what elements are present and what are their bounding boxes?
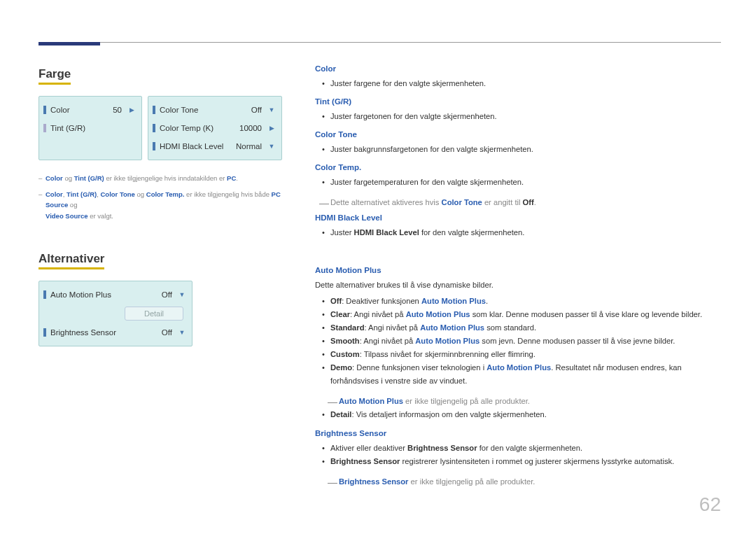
list-color: Juster fargene for den valgte skjermenhe… (315, 77, 721, 90)
section-heading-farge: Farge (38, 67, 71, 85)
row-tone-value: Off (228, 106, 266, 114)
chevron-down-icon[interactable]: ▼ (266, 141, 277, 152)
page-number: 62 (699, 493, 721, 516)
row-brightness-sensor[interactable]: Brightness Sensor Off ▼ (43, 323, 188, 342)
row-tempk-label: Color Temp (K) (160, 124, 228, 132)
list-tint: Juster fargetonen for den valgte skjerme… (315, 110, 721, 123)
fn-tint: Tint (G/R) (74, 174, 104, 182)
row-hdmi-black[interactable]: HDMI Black Level Normal ▼ (153, 137, 277, 155)
dash-icon: ― (328, 475, 337, 491)
row-hdmi-label: HDMI Black Level (160, 142, 228, 150)
item-tone: Juster bakgrunnsfargetonen for den valgt… (315, 143, 721, 156)
item-color: Juster fargene for den valgte skjermenhe… (315, 77, 721, 90)
row-hdmi-value: Normal (228, 142, 266, 150)
head-tone: Color Tone (315, 130, 721, 139)
row-tempk-value: 10000 (228, 124, 266, 132)
row-tone-label: Color Tone (160, 106, 228, 114)
arrow-right-icon[interactable]: ▶ (126, 104, 137, 115)
row-auto-motion[interactable]: Auto Motion Plus Off ▼ (43, 286, 188, 304)
row-tint-label: Tint (G/R) (50, 124, 88, 132)
item-tint: Juster fargetonen for den valgte skjerme… (315, 110, 721, 123)
detail-button[interactable]: Detail (125, 307, 183, 321)
list-amp: Off: Deaktiver funksjonen Auto Motion Pl… (315, 295, 721, 388)
item-amp-clear: Clear: Angi nivået på Auto Motion Plus s… (315, 308, 721, 321)
row-bar (43, 290, 46, 299)
head-color: Color (315, 64, 721, 73)
top-rule (38, 42, 721, 43)
row-amp-value: Off (139, 290, 176, 299)
list-temp: Juster fargetemperaturen for den valgte … (315, 176, 721, 189)
left-column: Farge Color 50 ▶ Tint (G/R) (38, 60, 287, 489)
accent-bar (38, 42, 100, 45)
item-hdmi: Juster HDMI Black Level for den valgte s… (315, 226, 721, 239)
list-amp-detail: Detail: Vis detaljert informasjon om den… (315, 408, 721, 421)
note-amp: ― Auto Motion Plus er ikke tilgjengelig … (315, 395, 721, 408)
row-color-temp[interactable]: Color Temp (K) 10000 ▶ (153, 119, 277, 137)
note-bs: ― Brightness Sensor er ikke tilgjengelig… (315, 475, 721, 489)
chevron-down-icon[interactable]: ▼ (176, 327, 188, 338)
list-bs: Aktiver eller deaktiver Brightness Senso… (315, 442, 721, 468)
item-amp-off: Off: Deaktiver funksjonen Auto Motion Pl… (315, 295, 721, 308)
page-layout: Farge Color 50 ▶ Tint (G/R) (38, 60, 721, 489)
item-bs-1: Aktiver eller deaktiver Brightness Senso… (315, 442, 721, 455)
row-bar (43, 106, 46, 114)
item-amp-detail: Detail: Vis detaljert informasjon om den… (315, 408, 721, 421)
item-bs-2: Brightness Sensor registrerer lysintensi… (315, 455, 721, 468)
row-tint: Tint (G/R) (43, 119, 137, 137)
item-amp-smooth: Smooth: Angi nivået på Auto Motion Plus … (315, 335, 721, 348)
item-amp-custom: Custom: Tilpass nivået for skjerminnbren… (315, 348, 721, 361)
farge-box-left: Color 50 ▶ Tint (G/R) (38, 96, 142, 160)
alternativer-panel: Auto Motion Plus Off ▼ Detail Brightness… (38, 281, 287, 346)
arrow-icon (126, 122, 137, 134)
row-color[interactable]: Color 50 ▶ (43, 101, 137, 119)
row-color-label: Color (50, 106, 88, 114)
head-tint: Tint (G/R) (315, 97, 721, 106)
section-heading-alternativer: Alternativer (38, 252, 104, 269)
item-amp-demo: Demo: Denne funksjonen viser teknologien… (315, 361, 721, 388)
note-temp: ― Dette alternativet aktiveres hvis Colo… (315, 196, 721, 209)
list-hdmi: Juster HDMI Black Level for den valgte s… (315, 226, 721, 239)
row-bs-value: Off (139, 328, 176, 337)
chevron-down-icon[interactable]: ▼ (176, 289, 188, 300)
head-temp: Color Temp. (315, 163, 721, 171)
fn-color: Color (46, 174, 63, 182)
footnote-1: Color og Tint (G/R) er ikke tilgjengelig… (38, 173, 287, 183)
footnote-2: Color, Tint (G/R), Color Tone og Color T… (38, 189, 287, 221)
row-bar (153, 142, 155, 150)
right-column: Color Juster fargene for den valgte skje… (315, 60, 721, 489)
row-bar (43, 124, 46, 132)
row-bar (153, 106, 155, 114)
dash-icon: ― (319, 195, 329, 212)
row-bar (43, 328, 46, 337)
farge-box-right: Color Tone Off ▼ Color Temp (K) 10000 ▶ … (148, 96, 282, 160)
head-amp: Auto Motion Plus (315, 266, 721, 274)
row-bs-label: Brightness Sensor (50, 328, 139, 337)
item-amp-std: Standard: Angi nivået på Auto Motion Plu… (315, 321, 721, 335)
fn-pc: PC (227, 174, 236, 182)
arrow-right-icon[interactable]: ▶ (266, 122, 277, 134)
row-amp-label: Auto Motion Plus (50, 290, 139, 299)
farge-panel: Color 50 ▶ Tint (G/R) Color Tone Off ▼ (38, 96, 287, 160)
amp-intro: Dette alternativer brukes til å vise dyn… (315, 279, 721, 292)
row-color-value: 50 (88, 106, 126, 114)
alt-box: Auto Motion Plus Off ▼ Detail Brightness… (38, 281, 192, 346)
head-hdmi: HDMI Black Level (315, 213, 721, 222)
chevron-down-icon[interactable]: ▼ (266, 104, 277, 115)
head-bs: Brightness Sensor (315, 429, 721, 437)
list-tone: Juster bakgrunnsfargetonen for den valgt… (315, 143, 721, 156)
row-bar (153, 124, 155, 132)
row-color-tone[interactable]: Color Tone Off ▼ (153, 101, 277, 119)
item-temp: Juster fargetemperaturen for den valgte … (315, 176, 721, 189)
